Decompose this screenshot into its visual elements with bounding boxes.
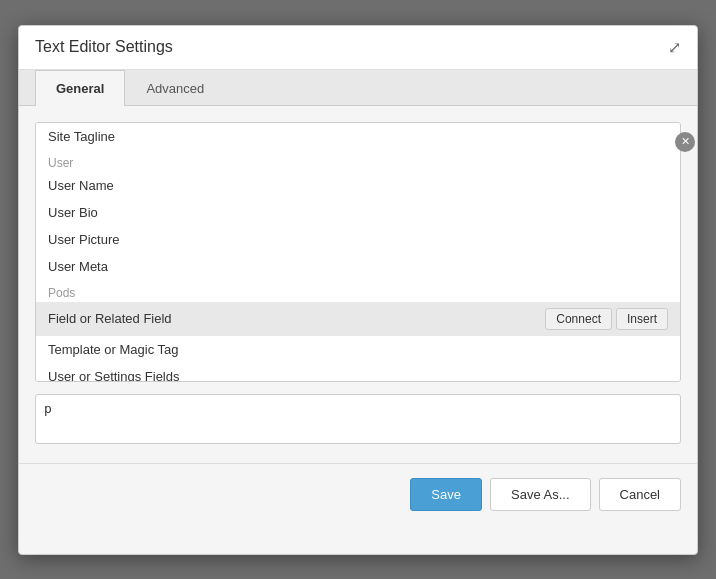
connect-button[interactable]: Connect (545, 308, 612, 330)
modal-dialog: Text Editor Settings ⤢ General Advanced … (18, 25, 698, 555)
list-box-wrapper: Site Tagline User User Name User Bio Use… (35, 122, 681, 382)
list-item-site-tagline[interactable]: Site Tagline (36, 123, 680, 150)
expand-icon[interactable]: ⤢ (668, 38, 681, 57)
editor-textarea[interactable]: p (35, 394, 681, 444)
modal-overlay: Text Editor Settings ⤢ General Advanced … (0, 0, 716, 579)
item-actions: Connect Insert (545, 308, 668, 330)
list-item-user-settings[interactable]: User or Settings Fields (36, 363, 680, 382)
modal-title: Text Editor Settings (35, 38, 173, 56)
tabs-bar: General Advanced (19, 70, 697, 106)
modal-body: Site Tagline User User Name User Bio Use… (19, 106, 697, 463)
list-item-user-picture[interactable]: User Picture (36, 226, 680, 253)
list-item-user-meta[interactable]: User Meta (36, 253, 680, 280)
list-close-icon[interactable]: ✕ (675, 132, 695, 152)
list-item-user-bio[interactable]: User Bio (36, 199, 680, 226)
list-item-template-magic[interactable]: Template or Magic Tag (36, 336, 680, 363)
modal-header: Text Editor Settings ⤢ (19, 26, 697, 70)
list-item-user-name[interactable]: User Name (36, 172, 680, 199)
list-item-field-related[interactable]: Field or Related Field Connect Insert (36, 302, 680, 336)
modal-footer: Save Save As... Cancel (19, 463, 697, 525)
text-area-container: p (35, 394, 681, 447)
tab-general[interactable]: General (35, 70, 125, 106)
items-list[interactable]: Site Tagline User User Name User Bio Use… (35, 122, 681, 382)
tab-advanced[interactable]: Advanced (125, 70, 225, 106)
section-header-user: User (36, 150, 680, 172)
section-header-pods: Pods (36, 280, 680, 302)
insert-button[interactable]: Insert (616, 308, 668, 330)
save-button[interactable]: Save (410, 478, 482, 511)
cancel-button[interactable]: Cancel (599, 478, 681, 511)
save-as-button[interactable]: Save As... (490, 478, 591, 511)
